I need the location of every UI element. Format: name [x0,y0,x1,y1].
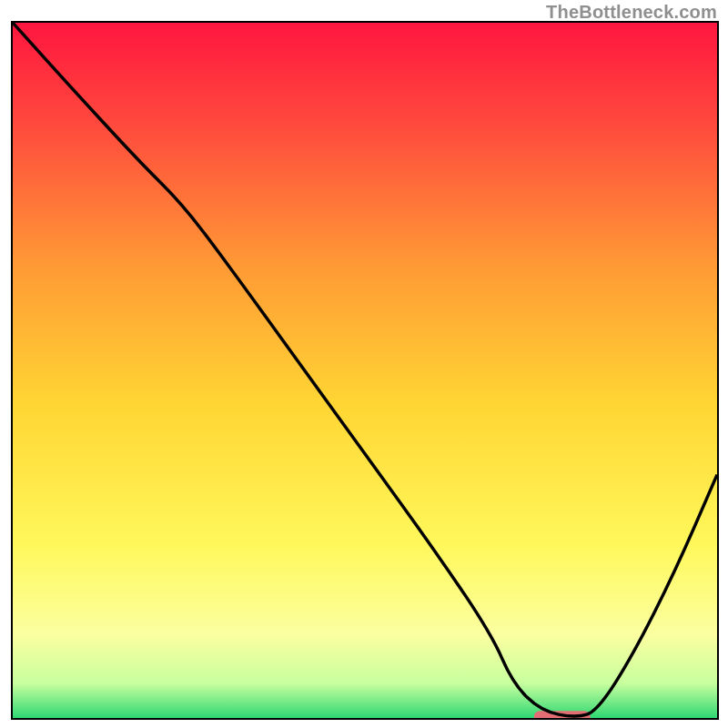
heat-background [13,23,717,718]
chart-frame [11,21,719,720]
watermark-text: TheBottleneck.com [546,2,717,23]
bottleneck-chart [13,23,717,718]
